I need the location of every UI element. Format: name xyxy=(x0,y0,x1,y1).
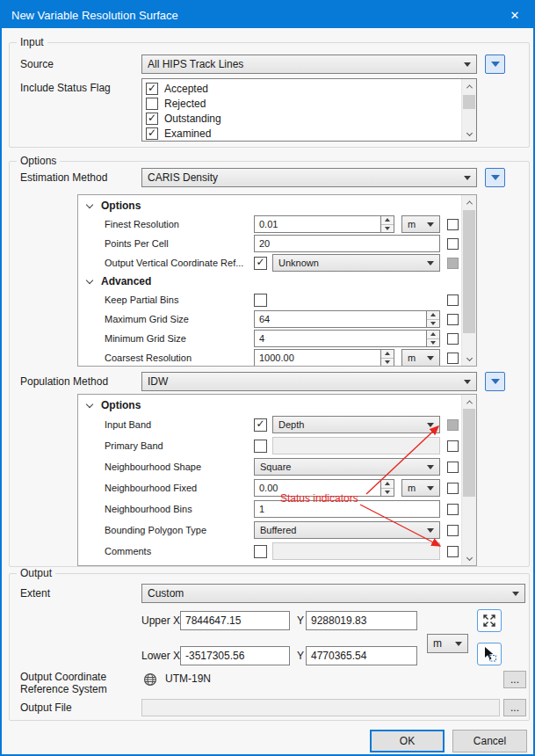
status-flag-item[interactable]: Accepted xyxy=(146,81,461,96)
dropdown[interactable]: Square xyxy=(254,458,440,476)
status-indicator[interactable] xyxy=(447,333,459,345)
panel-row: Primary Band xyxy=(78,435,461,456)
spin-field[interactable]: 4 xyxy=(254,330,440,347)
spin-down-button[interactable] xyxy=(381,225,394,233)
scroll-up-icon[interactable] xyxy=(462,80,476,93)
spin-up-button[interactable] xyxy=(381,216,394,225)
unit-combobox[interactable]: m xyxy=(401,215,440,233)
checkbox[interactable] xyxy=(146,127,158,140)
spin-field[interactable]: 64 xyxy=(254,310,440,328)
flag-list-scrollbar[interactable] xyxy=(461,79,476,141)
estimation-method-combobox[interactable]: CARIS Density xyxy=(141,168,477,187)
upper-y-field[interactable]: 9288019.83 xyxy=(306,611,417,630)
scroll-down-icon[interactable] xyxy=(462,352,476,365)
status-indicator[interactable] xyxy=(447,314,459,325)
spinner-buttons[interactable] xyxy=(380,480,394,496)
source-combobox[interactable]: All HIPS Track Lines xyxy=(141,55,477,74)
spin-down-button[interactable] xyxy=(381,359,394,367)
checkbox[interactable] xyxy=(254,418,267,432)
scrollbar-thumb[interactable] xyxy=(463,409,475,497)
lower-x-field[interactable]: -3517305.56 xyxy=(180,646,290,665)
source-options-button[interactable] xyxy=(485,55,505,74)
scroll-up-icon[interactable] xyxy=(462,396,476,409)
spin-up-button[interactable] xyxy=(381,350,394,359)
checkbox[interactable] xyxy=(254,294,267,307)
spinner-buttons[interactable] xyxy=(426,311,439,327)
status-indicator[interactable] xyxy=(447,294,459,306)
unit-combobox[interactable]: m xyxy=(401,349,440,366)
status-indicator[interactable] xyxy=(447,483,459,494)
title-bar[interactable]: New Variable Resolution Surface ✕ xyxy=(2,2,533,28)
checkbox[interactable] xyxy=(254,257,267,270)
spinner-buttons[interactable] xyxy=(380,216,394,232)
unit-combobox[interactable]: m xyxy=(401,479,440,497)
tree-header[interactable]: Options xyxy=(78,197,461,214)
dropdown[interactable]: Buffered xyxy=(254,521,440,539)
scrollbar-thumb[interactable] xyxy=(463,95,475,109)
tree-header[interactable]: Options xyxy=(78,396,461,414)
status-flag-item[interactable]: Examined xyxy=(146,126,461,141)
down-arrow-icon xyxy=(430,341,436,345)
spin-up-button[interactable] xyxy=(381,480,394,489)
row-control: Unknown xyxy=(254,254,440,272)
crs-value: UTM-19N xyxy=(165,672,211,685)
output-file-field[interactable] xyxy=(141,699,500,716)
spin-down-button[interactable] xyxy=(381,489,394,497)
upper-x-field[interactable]: 7844647.15 xyxy=(180,611,290,630)
status-indicator[interactable] xyxy=(447,238,459,250)
spin-down-button[interactable] xyxy=(427,339,439,347)
crs-browse-button[interactable]: ... xyxy=(503,671,526,688)
dropdown-value: Depth xyxy=(278,419,423,430)
output-file-browse-button[interactable]: ... xyxy=(503,699,526,716)
close-button[interactable]: ✕ xyxy=(496,2,533,28)
scroll-down-icon[interactable] xyxy=(462,551,476,564)
scroll-up-icon[interactable] xyxy=(462,196,476,209)
spin-field[interactable]: 0.00 xyxy=(254,479,394,497)
ok-button[interactable]: OK xyxy=(370,730,445,752)
scrollbar-thumb[interactable] xyxy=(463,210,475,333)
dropdown[interactable]: Depth xyxy=(272,416,440,433)
select-extent-button[interactable] xyxy=(477,643,502,665)
chevron-expanded-icon xyxy=(86,400,93,407)
status-indicator[interactable] xyxy=(447,462,459,473)
estimation-options-button[interactable] xyxy=(485,168,505,187)
row-label: Minimum Grid Size xyxy=(105,333,254,344)
population-method-combobox[interactable]: IDW xyxy=(141,372,477,391)
status-indicator[interactable] xyxy=(447,219,459,230)
spin-up-button[interactable] xyxy=(427,311,439,320)
spin-down-button[interactable] xyxy=(427,320,439,328)
checkbox[interactable] xyxy=(254,545,267,558)
status-indicator[interactable] xyxy=(447,353,459,364)
spinner-buttons[interactable] xyxy=(426,331,439,346)
panel-row: Comments xyxy=(78,541,461,562)
status-flag-item[interactable]: Outstanding xyxy=(146,111,461,126)
full-extent-button[interactable] xyxy=(477,609,502,632)
status-indicator[interactable] xyxy=(447,440,459,452)
checkbox[interactable] xyxy=(254,440,267,453)
tree-header[interactable]: Advanced xyxy=(78,273,461,290)
spin-up-button[interactable] xyxy=(427,331,439,339)
text-field[interactable]: 20 xyxy=(254,235,440,252)
cancel-button[interactable]: Cancel xyxy=(452,730,527,752)
spin-field[interactable]: 0.01 xyxy=(254,215,394,233)
scroll-down-icon[interactable] xyxy=(462,127,476,140)
lower-y-field[interactable]: 4770365.54 xyxy=(306,646,417,665)
population-options-button[interactable] xyxy=(485,372,505,391)
checkbox[interactable] xyxy=(146,113,158,125)
status-flag-item[interactable]: Rejected xyxy=(146,96,461,111)
text-field[interactable]: 1 xyxy=(254,500,440,518)
field-value: 1 xyxy=(259,504,264,514)
output-group: Output Extent Custom Upper X 7844647.15 … xyxy=(9,573,530,721)
extent-units-combobox[interactable]: m xyxy=(427,634,468,653)
extent-combobox[interactable]: Custom xyxy=(141,584,525,603)
checkbox[interactable] xyxy=(146,83,158,95)
checkbox[interactable] xyxy=(146,98,158,110)
status-indicator[interactable] xyxy=(447,504,459,515)
status-indicator[interactable] xyxy=(447,546,459,557)
estimation-panel-scrollbar[interactable] xyxy=(461,195,476,366)
status-indicator[interactable] xyxy=(447,525,459,536)
population-panel-scrollbar[interactable] xyxy=(461,395,476,565)
dropdown[interactable]: Unknown xyxy=(272,254,440,272)
spin-field[interactable]: 1000.00 xyxy=(254,349,394,366)
spinner-buttons[interactable] xyxy=(380,350,394,366)
